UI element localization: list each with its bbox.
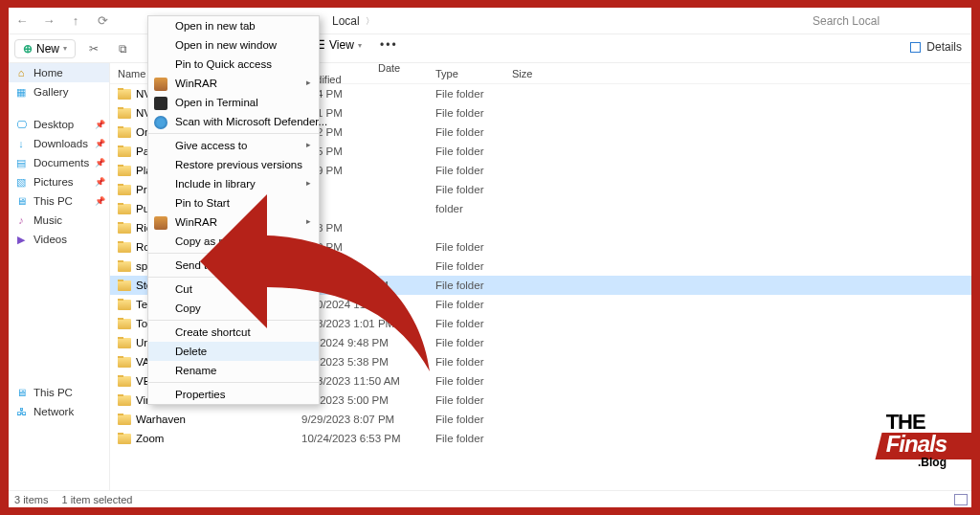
new-label: New [36, 42, 59, 56]
sidebar-item-thispc[interactable]: 🖥This PC📌 [9, 191, 109, 211]
pc-icon: 🖥 [14, 194, 28, 208]
folder-icon [118, 300, 131, 310]
file-type: File folder [435, 126, 512, 138]
details-pane-button[interactable]: Details [910, 40, 962, 54]
sidebar-label: Downloads [33, 138, 88, 149]
gallery-icon: ▦ [14, 85, 28, 99]
file-date: 4/8/2023 5:38 PM [301, 356, 435, 368]
pin-icon: 📌 [95, 120, 105, 129]
forward-button[interactable]: → [35, 8, 62, 34]
chevron-down-icon: ▾ [63, 44, 67, 53]
folder-icon [118, 223, 131, 234]
back-button[interactable]: ← [9, 8, 35, 34]
file-date: 10/8/2023 1:01 PM [301, 318, 435, 329]
col-size[interactable]: Size [512, 68, 569, 79]
sidebar-label: Documents [33, 157, 89, 168]
file-name: Warhaven [136, 414, 186, 425]
ctx-pin-start[interactable]: Pin to Start [148, 193, 319, 213]
file-type: File folder [435, 414, 512, 425]
videos-icon: ▶ [14, 233, 28, 246]
sidebar-label: This PC [33, 195, 73, 207]
folder-icon [118, 319, 131, 329]
file-date: 5:35 PM [301, 146, 435, 157]
view-button[interactable]: ☰ View ▾ [315, 38, 362, 52]
ctx-delete[interactable]: Delete [148, 342, 319, 361]
ctx-cut[interactable]: Cut [148, 280, 319, 299]
file-type: folder [435, 203, 512, 214]
file-date: 1/2/2024 9:48 PM [301, 337, 435, 348]
ctx-winrar[interactable]: WinRAR [148, 74, 319, 93]
sidebar-item-downloads[interactable]: ↓Downloads📌 [9, 134, 109, 153]
ctx-scan-defender[interactable]: Scan with Microsoft Defender... [148, 112, 319, 131]
cut-icon[interactable]: ✂ [83, 38, 104, 59]
ctx-create-shortcut[interactable]: Create shortcut [148, 323, 319, 342]
file-type: File folder [435, 107, 512, 119]
search-input[interactable]: Search Local [809, 11, 962, 32]
file-type: File folder [435, 299, 512, 310]
explorer-window: ← → ↑ ⟳ Local 〉 Search Local ⊕ New ▾ ✂ ⧉… [9, 8, 971, 507]
table-row[interactable]: Warhaven9/29/2023 8:07 PMFile folder [110, 410, 971, 429]
col-date[interactable]: Date modified [301, 62, 435, 85]
winrar-icon [154, 216, 167, 230]
search-placeholder: Search Local [813, 14, 880, 28]
sidebar-item-pictures[interactable]: ▧Pictures📌 [9, 172, 109, 191]
table-row[interactable]: Zoom10/24/2023 6:53 PMFile folder [110, 429, 971, 448]
pin-icon: 📌 [95, 196, 105, 206]
ctx-winrar2[interactable]: WinRAR [148, 213, 319, 232]
desktop-icon: 🖵 [14, 118, 28, 131]
file-type: File folder [435, 318, 512, 329]
ctx-restore-prev[interactable]: Restore previous versions [148, 155, 319, 174]
ctx-send-to[interactable]: Send to [148, 256, 319, 275]
more-button[interactable]: ••• [380, 38, 398, 52]
sidebar-item-documents[interactable]: ▤Documents📌 [9, 153, 109, 172]
folder-icon [118, 395, 131, 406]
terminal-icon [154, 97, 167, 110]
ctx-open-new-tab[interactable]: Open in new tab [148, 16, 319, 35]
sidebar-item-music[interactable]: ♪Music [9, 211, 109, 230]
ctx-properties[interactable]: Properties [148, 385, 319, 404]
folder-icon [118, 376, 131, 387]
layout-toggle-icon[interactable] [954, 494, 968, 505]
sidebar-item-videos[interactable]: ▶Videos [9, 230, 109, 249]
details-icon [910, 42, 921, 53]
sidebar-item-desktop[interactable]: 🖵Desktop📌 [9, 115, 109, 134]
ctx-give-access[interactable]: Give access to [148, 136, 319, 155]
file-type: File folder [435, 88, 512, 100]
file-date: 5:02 PM [301, 126, 435, 138]
folder-icon [118, 108, 131, 119]
pictures-icon: ▧ [14, 175, 28, 189]
pin-icon: 📌 [95, 139, 105, 148]
file-type: File folder [435, 165, 512, 176]
sidebar-label: Videos [33, 234, 67, 245]
sidebar-label: Network [33, 406, 74, 417]
breadcrumb-current[interactable]: Local [332, 14, 360, 28]
sidebar-item-network[interactable]: 🖧Network [9, 402, 109, 421]
sidebar-label: Music [33, 214, 62, 226]
file-type: File folder [435, 260, 512, 272]
file-type: File folder [435, 337, 512, 348]
ctx-copy-path[interactable]: Copy as path [148, 232, 319, 251]
sidebar-item-thispc2[interactable]: 🖥This PC [9, 383, 109, 402]
file-date: 7:54 PM [301, 88, 435, 100]
file-type: File folder [435, 433, 512, 444]
col-type[interactable]: Type [435, 68, 512, 79]
ctx-open-terminal[interactable]: Open in Terminal [148, 93, 319, 112]
breadcrumb[interactable]: Local 〉 [332, 8, 380, 34]
file-date: 11:44 PM [301, 260, 435, 272]
copy-icon[interactable]: ⧉ [112, 38, 133, 59]
up-button[interactable]: ↑ [62, 8, 89, 34]
documents-icon: ▤ [14, 156, 28, 169]
new-button[interactable]: ⊕ New ▾ [14, 39, 76, 58]
ctx-pin-quick[interactable]: Pin to Quick access [148, 55, 319, 74]
ctx-open-new-window[interactable]: Open in new window [148, 35, 319, 55]
ctx-rename[interactable]: Rename [148, 361, 319, 380]
refresh-button[interactable]: ⟳ [89, 8, 116, 34]
file-date: 1/30/2024 11:34 PM [301, 299, 435, 310]
sidebar-item-gallery[interactable]: ▦Gallery [9, 82, 109, 101]
sidebar-item-home[interactable]: ⌂Home [9, 63, 109, 82]
ctx-copy[interactable]: Copy [148, 299, 319, 318]
downloads-icon: ↓ [14, 137, 28, 150]
ctx-include-library[interactable]: Include in library [148, 174, 319, 193]
file-type: File folder [435, 241, 512, 253]
folder-icon [118, 127, 131, 138]
